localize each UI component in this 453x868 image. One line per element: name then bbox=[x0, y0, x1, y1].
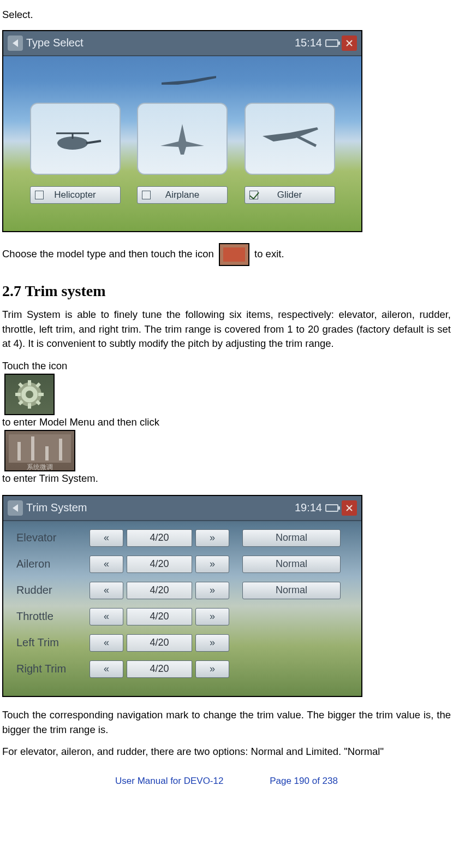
option-helicopter[interactable]: Helicopter bbox=[30, 186, 121, 204]
back-icon[interactable] bbox=[8, 36, 23, 51]
increase-button[interactable]: » bbox=[195, 529, 229, 547]
increase-button[interactable]: » bbox=[195, 660, 229, 678]
trim-value: 4/20 bbox=[127, 556, 192, 573]
trim-value: 4/20 bbox=[127, 608, 192, 625]
text: to exit. bbox=[254, 248, 284, 259]
trim-value: 4/20 bbox=[127, 582, 192, 599]
decrease-button[interactable]: « bbox=[90, 660, 123, 678]
trim-value: 4/20 bbox=[127, 529, 192, 547]
option-label: Glider bbox=[277, 190, 302, 200]
back-icon[interactable] bbox=[8, 500, 23, 516]
para-nav: Touch the corresponding navigation mark … bbox=[2, 708, 451, 737]
card-airplane[interactable] bbox=[137, 103, 228, 175]
trim-row-name: Left Trim bbox=[13, 636, 90, 649]
text: to enter Model Menu and then click bbox=[2, 416, 159, 428]
checkbox-checked-icon bbox=[249, 191, 258, 199]
trim-value: 4/20 bbox=[127, 634, 192, 652]
trim-stepper: «4/20» bbox=[90, 660, 229, 678]
fig2-title: Trim System bbox=[26, 501, 87, 514]
checkbox-icon bbox=[142, 191, 151, 199]
trim-row-name: Elevator bbox=[13, 532, 90, 544]
card-helicopter[interactable] bbox=[30, 103, 121, 175]
trim-row: Elevator«4/20»Normal bbox=[13, 527, 351, 550]
figure-trim-system: Trim System 19:14 Elevator«4/20»NormalAi… bbox=[2, 495, 362, 697]
fig1-title: Type Select bbox=[26, 37, 84, 49]
para-choose: Choose the model type and then touch the… bbox=[2, 243, 451, 266]
svg-rect-9 bbox=[38, 393, 44, 396]
figure-type-select: Type Select 15:14 bbox=[2, 30, 362, 232]
text: to enter Trim System. bbox=[2, 473, 98, 484]
decrease-button[interactable]: « bbox=[90, 556, 123, 573]
close-icon[interactable] bbox=[342, 500, 357, 516]
svg-line-4 bbox=[296, 136, 316, 146]
fig2-time: 19:14 bbox=[295, 501, 322, 514]
svg-rect-7 bbox=[28, 403, 31, 409]
svg-rect-6 bbox=[28, 380, 31, 386]
trim-row: Aileron«4/20»Normal bbox=[13, 553, 351, 576]
trim-row-name: Throttle bbox=[13, 610, 90, 623]
battery-icon bbox=[325, 39, 338, 47]
fig1-time: 15:14 bbox=[295, 37, 322, 49]
increase-button[interactable]: » bbox=[195, 634, 229, 652]
trim-row: Rudder«4/20»Normal bbox=[13, 579, 351, 602]
page-footer: User Manual for DEVO-12 Page 190 of 238 bbox=[2, 776, 451, 787]
option-label: Airplane bbox=[165, 190, 199, 200]
svg-point-15 bbox=[26, 391, 33, 398]
trim-stepper: «4/20» bbox=[90, 608, 229, 625]
trim-stepper: «4/20» bbox=[90, 582, 229, 599]
svg-line-3 bbox=[86, 141, 101, 143]
trim-system-icon: 系统微调 bbox=[4, 430, 75, 471]
exit-icon bbox=[219, 243, 249, 266]
battery-icon bbox=[325, 504, 338, 512]
increase-button[interactable]: » bbox=[195, 556, 229, 573]
gear-icon bbox=[4, 374, 55, 415]
intro-line: Select. bbox=[2, 8, 451, 22]
decrease-button[interactable]: « bbox=[90, 634, 123, 652]
trim-stepper: «4/20» bbox=[90, 529, 229, 547]
para-options: For elevator, aileron, and rudder, there… bbox=[2, 745, 451, 759]
text: Choose the model type and then touch the… bbox=[2, 248, 214, 259]
trim-intro: Trim System is able to finely tune the f… bbox=[2, 308, 451, 351]
card-glider[interactable] bbox=[245, 103, 335, 175]
trim-mode-button[interactable]: Normal bbox=[242, 556, 341, 573]
checkbox-icon bbox=[35, 191, 44, 199]
plane-silhouette-icon bbox=[156, 73, 222, 89]
trim-stepper: «4/20» bbox=[90, 634, 229, 652]
trim-row: Left Trim«4/20» bbox=[13, 631, 351, 654]
option-glider[interactable]: Glider bbox=[245, 186, 335, 204]
footer-page: Page 190 of 238 bbox=[270, 776, 338, 786]
trim-row-name: Rudder bbox=[13, 584, 90, 597]
text: Touch the icon bbox=[2, 360, 67, 371]
trim-row-name: Right Trim bbox=[13, 663, 90, 675]
trim-row: Throttle«4/20» bbox=[13, 605, 351, 628]
trim-row: Right Trim«4/20» bbox=[13, 658, 351, 681]
section-heading: 2.7 Trim system bbox=[2, 282, 451, 300]
footer-title: User Manual for DEVO-12 bbox=[115, 776, 223, 786]
trim-mode-button[interactable]: Normal bbox=[242, 529, 341, 547]
trim-row-name: Aileron bbox=[13, 558, 90, 570]
decrease-button[interactable]: « bbox=[90, 529, 123, 547]
option-label: Helicopter bbox=[54, 190, 96, 200]
decrease-button[interactable]: « bbox=[90, 608, 123, 625]
fig1-titlebar: Type Select 15:14 bbox=[3, 31, 361, 56]
increase-button[interactable]: » bbox=[195, 608, 229, 625]
svg-rect-8 bbox=[15, 393, 21, 396]
para-touch: Touch the icon to enter Model Menu and t… bbox=[2, 359, 451, 486]
decrease-button[interactable]: « bbox=[90, 582, 123, 599]
trim-mode-button[interactable]: Normal bbox=[242, 582, 341, 599]
increase-button[interactable]: » bbox=[195, 582, 229, 599]
option-airplane[interactable]: Airplane bbox=[137, 186, 228, 204]
close-icon[interactable] bbox=[342, 36, 357, 51]
fig2-titlebar: Trim System 19:14 bbox=[3, 496, 361, 521]
trim-icon-caption: 系统微调 bbox=[9, 463, 71, 472]
trim-stepper: «4/20» bbox=[90, 556, 229, 573]
trim-value: 4/20 bbox=[127, 660, 192, 678]
